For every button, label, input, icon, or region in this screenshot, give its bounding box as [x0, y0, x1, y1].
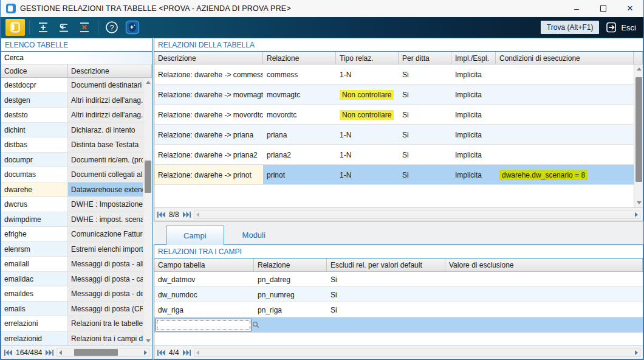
- table-row[interactable]: emaildacMessaggi di posta - cart: [1, 272, 152, 287]
- trova-button[interactable]: Trova (Alt+F1): [541, 21, 600, 34]
- table-row[interactable]: dwareheDatawarehouse extende: [1, 182, 152, 198]
- table-row[interactable]: Relazione: dwarehe -> prinotprinot1-NSiI…: [154, 165, 643, 185]
- column-header-codice[interactable]: Codice: [1, 64, 68, 77]
- scrollbar-thumb[interactable]: [74, 349, 118, 356]
- fields-table-body: dw_datmovpn_datregSidw_numdocpn_numregSi…: [154, 272, 643, 345]
- column-header[interactable]: Escludi rel. per valori default: [327, 258, 445, 271]
- last-page-button[interactable]: [46, 350, 53, 356]
- tabstrip: CampiModuli: [154, 221, 643, 244]
- fields-pager: 4/4: [154, 345, 643, 359]
- minimize-button[interactable]: –: [563, 0, 590, 17]
- column-header[interactable]: Campo tabella: [154, 258, 254, 271]
- last-page-button[interactable]: [183, 212, 191, 218]
- exit-icon: [605, 21, 617, 33]
- scrollbar-thumb[interactable]: [635, 77, 642, 182]
- scroll-down-button[interactable]: [634, 198, 643, 207]
- edit-row[interactable]: [154, 317, 643, 333]
- table-row[interactable]: emaildesMessaggi di posta - desti: [1, 286, 152, 302]
- column-header[interactable]: Condizioni di esecuzione: [496, 52, 634, 64]
- cell-tipo-relaz: 1-N: [336, 145, 399, 164]
- scroll-up-button[interactable]: [143, 78, 152, 87]
- cell-codice: emails: [1, 302, 68, 316]
- cell-condizioni: [496, 125, 643, 144]
- table-row[interactable]: Relazione: dwarehe -> movordtcmovordtcNo…: [154, 105, 643, 125]
- table-row[interactable]: dw_datmovpn_datregSi: [154, 272, 643, 287]
- table-row[interactable]: documtasDocumenti collegati al ta: [1, 167, 152, 182]
- left-vertical-scrollbar[interactable]: [143, 78, 152, 345]
- table-row[interactable]: destdocprDocumenti destinatari (p: [1, 78, 152, 93]
- scrollbar-thumb[interactable]: [145, 161, 151, 193]
- table-row[interactable]: dwimpdimeDWHE : impost. scenario: [1, 212, 152, 227]
- relations-vertical-scrollbar[interactable]: [634, 64, 643, 207]
- table-row[interactable]: errelazionidRelazioni tra i campi di bu: [1, 331, 152, 346]
- table-row[interactable]: dwcrusDWHE : Impostazione cru: [1, 197, 152, 212]
- first-page-button[interactable]: [157, 350, 165, 356]
- cell-relazione: priana2: [263, 145, 336, 164]
- cell-descrizione: Datawarehouse extende: [68, 182, 152, 197]
- toolbar-separator: [98, 20, 98, 35]
- cell-per-ditta: Si: [399, 64, 451, 84]
- table-row[interactable]: emailsMessaggi di posta (CRM2: [1, 302, 152, 317]
- column-header[interactable]: Relazione: [254, 258, 327, 271]
- first-page-button[interactable]: [157, 212, 165, 218]
- help-button[interactable]: ?: [103, 19, 121, 36]
- close-button[interactable]: ×: [617, 0, 643, 17]
- column-header[interactable]: Per ditta: [399, 52, 451, 64]
- fields-horizontal-scrollbar[interactable]: [194, 348, 640, 357]
- table-row[interactable]: destgenAltri indirizzi dell'anag. Ge: [1, 93, 152, 108]
- scroll-up-button[interactable]: [634, 64, 643, 74]
- highlighted-condition: dwarehe.dw_scenario = 8: [499, 170, 587, 180]
- table-row[interactable]: dw_numdocpn_numregSi: [154, 287, 643, 302]
- field-search-input[interactable]: [156, 320, 252, 330]
- fields-table-header: Campo tabellaRelazioneEscludi rel. per v…: [154, 258, 643, 272]
- esci-button[interactable]: Esci: [605, 21, 636, 33]
- column-header-descrizione[interactable]: Descrizione: [68, 64, 152, 77]
- column-header[interactable]: Tipo relaz.: [336, 52, 399, 64]
- relations-horizontal-scrollbar[interactable]: [194, 210, 640, 219]
- table-row[interactable]: distbasDistinta base Testata: [1, 137, 152, 153]
- app-menu-button[interactable]: [5, 19, 25, 36]
- assistant-button[interactable]: [123, 19, 142, 36]
- cell-per-ditta: Si: [399, 85, 451, 104]
- relazioni-tabella-title: RELAZIONI DELLA TABELLA: [154, 38, 643, 52]
- cell-condizioni: [496, 105, 643, 124]
- table-row[interactable]: deststoAltri indirizzi dell'anag. Ge: [1, 108, 152, 123]
- field-search-box[interactable]: [156, 319, 252, 331]
- cell-codice: errelazionid: [1, 331, 68, 346]
- tab-campi[interactable]: Campi: [166, 226, 224, 245]
- cell-valore: [445, 287, 643, 302]
- cell-escludi: Si: [327, 302, 445, 317]
- titlebar: GESTIONE RELAZIONI TRA TABELLE <PROVA - …: [1, 0, 643, 17]
- table-row[interactable]: errelazioniRelazioni tra le tabelle di: [1, 316, 152, 331]
- table-row[interactable]: efrigheComunicazione Fatture E: [1, 227, 152, 242]
- first-page-button[interactable]: [4, 350, 12, 356]
- table-row[interactable]: dichintDichiaraz. di intento: [1, 123, 152, 138]
- table-row[interactable]: elenrsmEstremi elenchi import/ex: [1, 242, 152, 257]
- left-horizontal-scrollbar[interactable]: [57, 348, 149, 357]
- cell-condizioni: [496, 145, 643, 164]
- table-row[interactable]: emailallMessaggi di posta - alleg: [1, 257, 152, 272]
- cell-descrizione: Dichiaraz. di intento: [68, 123, 152, 137]
- column-header[interactable]: Relazione: [263, 52, 336, 64]
- table-row[interactable]: dw_rigapn_rigaSi: [154, 302, 643, 317]
- tab-moduli[interactable]: Moduli: [224, 226, 284, 244]
- last-page-button[interactable]: [183, 350, 191, 356]
- cell-descrizione: Messaggi di posta - cart: [68, 272, 152, 286]
- esci-label: Esci: [621, 23, 636, 32]
- table-row[interactable]: Relazione: dwarehe -> priana2priana21-NS…: [154, 145, 643, 165]
- scroll-down-button[interactable]: [143, 336, 152, 345]
- maximize-button[interactable]: [590, 0, 617, 17]
- column-header[interactable]: Descrizione: [154, 52, 263, 64]
- table-row[interactable]: Relazione: dwarehe -> movmagtcmovmagtcNo…: [154, 85, 643, 105]
- table-row[interactable]: documprDocumenti ric/em. (proto: [1, 153, 152, 168]
- column-header[interactable]: Valore di esclusione: [445, 258, 643, 271]
- column-header-filler: [634, 52, 643, 64]
- table-row[interactable]: Relazione: dwarehe -> commesscommess1-NS…: [154, 64, 643, 85]
- cerca-filter-input[interactable]: Cerca: [1, 52, 152, 64]
- delete-record-button[interactable]: [75, 19, 94, 36]
- undo-button[interactable]: [55, 19, 73, 36]
- column-header[interactable]: Impl./Espl.: [451, 52, 496, 64]
- new-record-button[interactable]: [34, 19, 52, 36]
- app-window: GESTIONE RELAZIONI TRA TABELLE <PROVA - …: [0, 0, 644, 360]
- table-row[interactable]: Relazione: dwarehe -> prianapriana1-NSiI…: [154, 125, 643, 145]
